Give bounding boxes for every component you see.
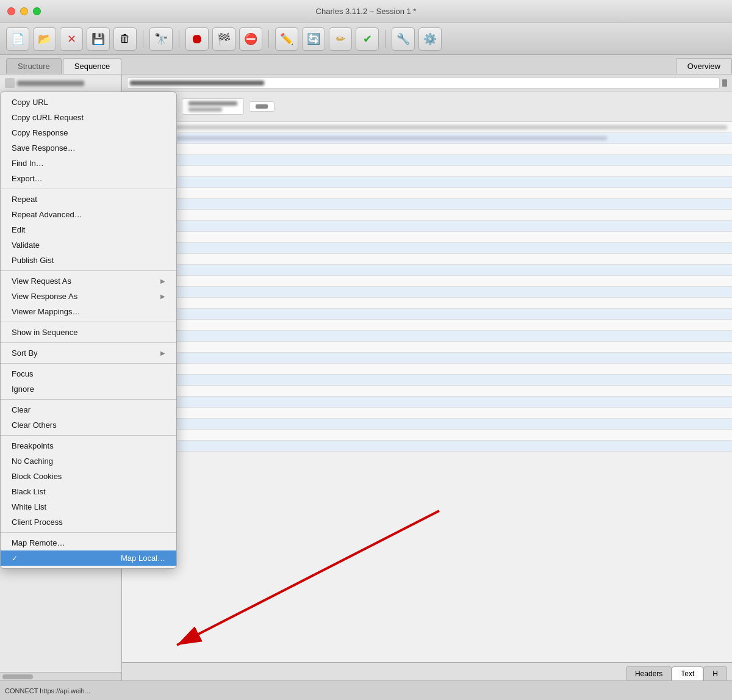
menu-separator-7 xyxy=(1,435,176,436)
menu-separator-4 xyxy=(1,342,176,343)
tab-headers[interactable]: Headers xyxy=(626,666,672,680)
menu-item-breakpoints[interactable]: Breakpoints xyxy=(1,438,176,453)
window-controls xyxy=(7,7,41,15)
toolbar-sep-3 xyxy=(268,30,269,48)
menu-item-map-remote[interactable]: Map Remote… xyxy=(1,535,176,550)
data-table xyxy=(122,122,732,662)
menu-item-export[interactable]: Export… xyxy=(1,171,176,186)
menu-item-copy-curl[interactable]: Copy cURL Request xyxy=(1,110,176,125)
edit-button[interactable]: ✏ xyxy=(329,27,352,51)
submenu-arrow: ▶ xyxy=(160,278,165,284)
toolbar-sep-4 xyxy=(385,30,386,48)
menu-item-viewer-mappings[interactable]: Viewer Mappings… xyxy=(1,304,176,319)
binoculars-button[interactable]: 🔭 xyxy=(149,27,173,51)
toolbar: 📄 📂 ✕ 💾 🗑 🔭 ⏺ 🏁 ⛔ ✏️ 🔄 ✏ ✔ 🔧 ⚙️ xyxy=(0,23,732,55)
toolbar-sep-2 xyxy=(179,30,179,48)
table-header-cell xyxy=(182,98,244,115)
menu-separator-3 xyxy=(1,322,176,322)
menu-item-edit[interactable]: Edit xyxy=(1,222,176,237)
menu-item-no-caching[interactable]: No Caching xyxy=(1,453,176,469)
open-button[interactable]: 📂 xyxy=(33,27,56,51)
menu-item-copy-response[interactable]: Copy Response xyxy=(1,125,176,140)
menu-item-view-request-as[interactable]: View Request As ▶ xyxy=(1,273,176,289)
tab-text[interactable]: Text xyxy=(672,666,703,680)
menu-item-publish-gist[interactable]: Publish Gist xyxy=(1,253,176,268)
validate-button[interactable]: ✔ xyxy=(356,27,379,51)
menu-separator-8 xyxy=(1,532,176,533)
menu-item-black-list[interactable]: Black List xyxy=(1,484,176,499)
menu-item-repeat[interactable]: Repeat xyxy=(1,192,176,207)
tab-h[interactable]: H xyxy=(703,666,727,680)
title-bar: Charles 3.11.2 – Session 1 * xyxy=(0,0,732,23)
close-session-button[interactable]: ✕ xyxy=(60,27,83,51)
menu-item-sort-by[interactable]: Sort By ▶ xyxy=(1,345,176,361)
menu-item-show-in-sequence[interactable]: Show in Sequence xyxy=(1,325,176,340)
compose-button[interactable]: ✏️ xyxy=(275,27,298,51)
menu-item-focus[interactable]: Focus xyxy=(1,366,176,381)
menu-separator-5 xyxy=(1,363,176,364)
horizontal-scrollbar[interactable] xyxy=(2,674,33,679)
sync-button[interactable]: 🔄 xyxy=(302,27,325,51)
menu-item-copy-url[interactable]: Copy URL xyxy=(1,95,176,110)
window-title: Charles 3.11.2 – Session 1 * xyxy=(316,7,417,16)
record-button[interactable]: ⏺ xyxy=(185,27,209,51)
new-session-button[interactable]: 📄 xyxy=(6,27,29,51)
menu-separator-2 xyxy=(1,270,176,271)
menu-item-view-response-as[interactable]: View Response As ▶ xyxy=(1,289,176,304)
menu-item-repeat-advanced[interactable]: Repeat Advanced… xyxy=(1,207,176,222)
stop-throttle-button[interactable]: 🏁 xyxy=(212,27,235,51)
menu-item-validate[interactable]: Validate xyxy=(1,237,176,253)
menu-item-find-in[interactable]: Find In… xyxy=(1,156,176,171)
trash-button[interactable]: 🗑 xyxy=(113,27,137,51)
status-text: CONNECT https://api.weih... xyxy=(5,687,90,695)
tab-overview[interactable]: Overview xyxy=(676,58,732,74)
menu-item-clear-others[interactable]: Clear Others xyxy=(1,417,176,433)
close-button[interactable] xyxy=(7,7,15,15)
menu-item-client-process[interactable]: Client Process xyxy=(1,514,176,530)
menu-item-white-list[interactable]: White List xyxy=(1,499,176,514)
minimize-button[interactable] xyxy=(20,7,28,15)
tab-sequence[interactable]: Sequence xyxy=(63,58,122,74)
list-item[interactable] xyxy=(0,74,121,92)
table-header-cell-al xyxy=(249,101,274,112)
menu-separator-6 xyxy=(1,399,176,400)
maximize-button[interactable] xyxy=(33,7,41,15)
status-bar: CONNECT https://api.weih... xyxy=(0,680,732,700)
toolbar-sep-1 xyxy=(143,30,143,48)
url-bar-content xyxy=(130,81,264,85)
menu-item-block-cookies[interactable]: Block Cookies xyxy=(1,469,176,484)
block-button[interactable]: ⛔ xyxy=(239,27,262,51)
menu-item-map-local[interactable]: Map Local… xyxy=(1,550,176,566)
menu-item-clear[interactable]: Clear xyxy=(1,402,176,417)
save-button[interactable]: 💾 xyxy=(87,27,110,51)
tools-button[interactable]: 🔧 xyxy=(392,27,415,51)
submenu-arrow: ▶ xyxy=(160,293,165,300)
tab-structure[interactable]: Structure xyxy=(6,58,62,74)
menu-item-ignore[interactable]: Ignore xyxy=(1,381,176,397)
menu-separator-1 xyxy=(1,189,176,189)
submenu-arrow: ▶ xyxy=(160,350,165,356)
menu-item-save-response[interactable]: Save Response… xyxy=(1,140,176,156)
context-menu: Copy URL Copy cURL Request Copy Response… xyxy=(0,92,177,569)
resize-handle[interactable] xyxy=(722,79,727,87)
settings-button[interactable]: ⚙️ xyxy=(418,27,442,51)
